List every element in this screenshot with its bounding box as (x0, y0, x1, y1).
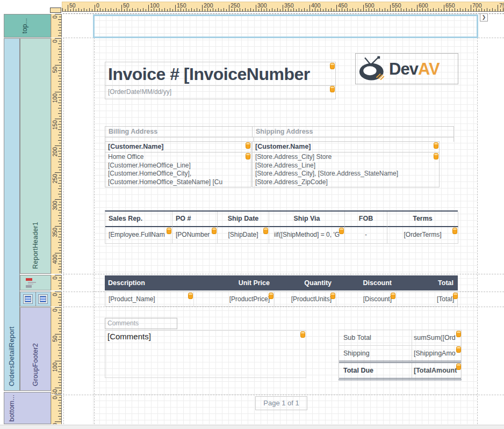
shipping-label: Shipping (339, 346, 412, 361)
billing-customer-name-field[interactable]: [Customer.Name] (105, 141, 251, 152)
data-binding-icon[interactable] (167, 228, 171, 234)
data-binding-icon[interactable] (269, 293, 273, 299)
band-detail-report-indicator[interactable] (20, 275, 51, 290)
terms-field[interactable]: [OrderTerms] (387, 227, 458, 244)
order-date-field[interactable]: [OrderDate!MM/dd/yy] (105, 85, 336, 99)
band-boundary-report-header[interactable] (63, 274, 504, 274)
band-group-footer2[interactable]: GroupFooter2 (20, 307, 51, 391)
billing-address-header[interactable]: Billing Address (105, 126, 253, 137)
total-due-row[interactable]: Total Due [TotalAmount (339, 361, 461, 378)
expand-button[interactable]: ❯ (480, 13, 488, 21)
band-boundary-detail[interactable] (63, 307, 504, 307)
page-right-margin-line[interactable] (477, 38, 478, 424)
page-left-margin-line[interactable] (94, 38, 95, 424)
design-surface[interactable]: ❯ Invoice # [InvoiceNumber [OrderDate!MM… (63, 12, 504, 429)
detail-header-discount[interactable]: Discount (336, 275, 396, 290)
band-bottom-margin[interactable]: bottom... (4, 392, 51, 424)
comments-field[interactable]: [Comments] (105, 330, 306, 378)
sales-header-salesrep[interactable]: Sales Rep. (105, 212, 172, 227)
data-binding-icon[interactable] (456, 331, 461, 337)
data-binding-icon[interactable] (188, 293, 193, 299)
comments-label[interactable]: Comments (105, 318, 177, 329)
sales-header-po[interactable]: PO # (172, 212, 218, 227)
ruler-tick (78, 8, 79, 11)
ruler-tick (58, 242, 61, 243)
data-binding-icon[interactable] (330, 86, 335, 92)
data-binding-icon[interactable] (246, 142, 250, 149)
sales-header-shipdate[interactable]: Ship Date (218, 212, 269, 227)
invoice-title-field[interactable]: Invoice # [InvoiceNumber (105, 62, 336, 86)
product-units-field[interactable]: [ProductUnits] (275, 292, 336, 306)
data-binding-icon[interactable] (330, 63, 335, 69)
ruler-tick (55, 146, 61, 146)
ruler-tick (59, 213, 61, 213)
shipping-customer-name-field[interactable]: [Customer.Name] (252, 141, 440, 152)
band-detail[interactable] (20, 292, 51, 307)
ruler-tick (487, 8, 487, 11)
ruler-label: 0 (52, 277, 57, 280)
data-binding-icon[interactable] (452, 228, 457, 234)
data-binding-icon[interactable] (456, 346, 461, 353)
ruler-corner-handle[interactable] (50, 8, 61, 13)
company-logo[interactable]: DevAV (355, 53, 458, 84)
ruler-tick (498, 5, 498, 11)
subtotal-value[interactable]: sumSum([Ord (412, 330, 462, 345)
data-binding-icon[interactable] (330, 293, 335, 299)
top-margin-selected-control[interactable] (93, 14, 478, 38)
detail-header-quantity[interactable]: Quantity (274, 275, 336, 290)
ruler-tick (387, 9, 388, 11)
data-binding-icon[interactable] (391, 293, 395, 299)
sales-header-fob[interactable]: FOB (345, 212, 387, 227)
band-top-margin[interactable]: top... (4, 14, 51, 38)
detail-subband-1[interactable] (20, 292, 35, 306)
ruler-tick (58, 269, 61, 270)
detail-header-unitprice[interactable]: Unit Price (193, 275, 274, 290)
page-info-field[interactable]: Page 1 of 1 (255, 396, 307, 410)
band-orders-detail-report[interactable]: OrdersDetailReport (4, 38, 20, 391)
shipping-address-field[interactable]: [Store.Address_City] Store [Store.Addres… (252, 152, 440, 187)
shipping-value[interactable]: [ShippingAmo (412, 346, 462, 361)
ruler-tick (58, 215, 61, 216)
ruler-tick (447, 9, 447, 11)
po-number-field[interactable]: [PONumber (172, 227, 218, 244)
discount-field[interactable]: [Discount] (336, 292, 397, 306)
data-binding-icon[interactable] (453, 293, 458, 299)
shipping-address-header[interactable]: Shipping Address (252, 126, 454, 137)
vertical-ruler[interactable]: 005010015020025030035040000050100150050 (51, 14, 62, 424)
ruler-tick (191, 8, 192, 11)
ruler-tick (124, 9, 125, 11)
product-price-field[interactable]: [ProductPrice] (194, 292, 275, 306)
sales-header-terms[interactable]: Terms (387, 212, 458, 227)
ship-via-field[interactable]: iif([ShipMethod] = 0, 'G (269, 227, 345, 244)
data-binding-icon[interactable] (434, 142, 438, 149)
data-binding-icon[interactable] (434, 153, 438, 159)
billing-address-field[interactable]: Home Office [Customer.HomeOffice_Line] [… (105, 152, 251, 187)
ruler-tick (299, 8, 299, 11)
ruler-tick (59, 57, 61, 57)
total-due-value[interactable]: [TotalAmount (412, 363, 462, 378)
data-binding-icon[interactable] (246, 153, 250, 159)
ship-date-field[interactable]: [ShipDate] (218, 227, 269, 244)
subtotal-row[interactable]: Sub Total sumSum([Ord (339, 330, 461, 345)
detail-header-total[interactable]: Total (396, 275, 458, 290)
sales-header-shipvia[interactable]: Ship Via (269, 212, 345, 227)
data-binding-icon[interactable] (212, 228, 217, 234)
data-binding-icon[interactable] (456, 363, 461, 370)
fob-field[interactable]: - (345, 227, 387, 244)
ruler-tick (58, 405, 61, 406)
ruler-tick (59, 41, 61, 41)
ruler-label: 50 (123, 2, 129, 9)
data-binding-icon[interactable] (339, 228, 344, 234)
horizontal-ruler[interactable]: 5005010015020025030035040045050055060065… (62, 2, 504, 12)
total-field[interactable]: [Total] (397, 292, 458, 306)
band-report-header1[interactable]: ReportHeader1 (20, 38, 51, 274)
shipping-row[interactable]: Shipping [ShippingAmo (339, 345, 461, 361)
detail-subband-2[interactable] (35, 292, 51, 306)
data-binding-icon[interactable] (263, 228, 268, 234)
data-binding-icon[interactable] (300, 331, 305, 338)
band-boundary-group-footer[interactable] (63, 395, 504, 395)
product-name-field[interactable]: [Product_Name] (105, 292, 194, 306)
ruler-tick (58, 97, 61, 98)
detail-header-description[interactable]: Description (105, 275, 193, 290)
salesrep-field[interactable]: [Employee.FullNam (105, 227, 172, 244)
